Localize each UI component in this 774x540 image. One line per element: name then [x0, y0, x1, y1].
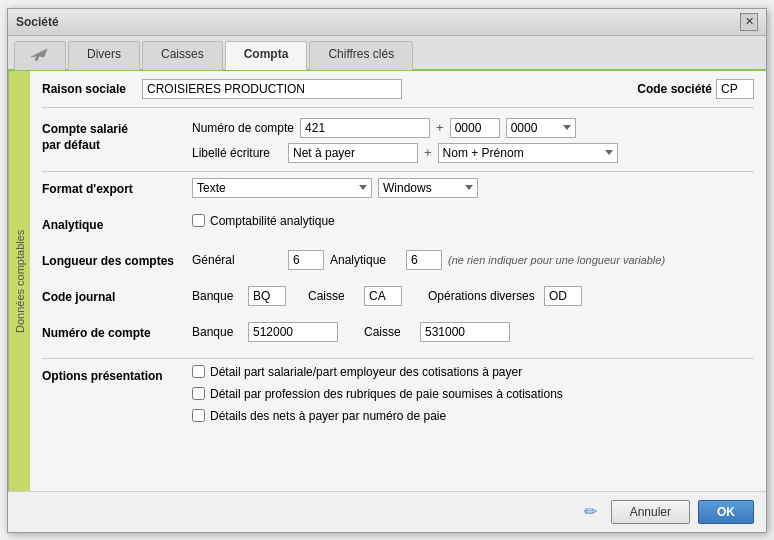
main-window: Société ✕ Divers Caisses Compta Chiffres…: [7, 8, 767, 533]
code-societe-label: Code société: [637, 82, 712, 96]
longueur-note: (ne rien indiquer pour une longueur vari…: [448, 254, 665, 266]
options-presentation-section: Options présentation Détail part salaria…: [42, 365, 754, 426]
libelle-ecriture-label: Libellé écriture: [192, 146, 282, 160]
divider-1: [42, 171, 754, 172]
longueur-comptes-content: Général Analytique (ne rien indiquer pou…: [192, 250, 754, 270]
code-journal-row: Banque Caisse Opérations diverses: [192, 286, 754, 306]
compte-salarie-content: Numéro de compte + 0000 Libellé écriture…: [192, 118, 754, 163]
option1-label: Détail part salariale/part employeur des…: [210, 365, 522, 379]
option1-checkbox[interactable]: [192, 365, 205, 378]
option1-row: Détail part salariale/part employeur des…: [192, 365, 754, 379]
cancel-button[interactable]: Annuler: [611, 500, 690, 524]
plus-sign-1: +: [436, 120, 444, 135]
window-title: Société: [16, 15, 59, 29]
format-export-label: Format d'export: [42, 178, 192, 198]
divider-2: [42, 358, 754, 359]
title-bar: Société ✕: [8, 9, 766, 36]
caisse-num-input[interactable]: [420, 322, 510, 342]
operations-label: Opérations diverses: [428, 289, 538, 303]
analytique-len-input[interactable]: [406, 250, 442, 270]
analytique-section: Analytique Comptabilité analytique: [42, 214, 754, 242]
numero-compte-label: Numéro de compte: [192, 121, 294, 135]
banque-num-label: Banque: [192, 325, 242, 339]
option3-label: Détails des nets à payer par numéro de p…: [210, 409, 446, 423]
tab-bar: Divers Caisses Compta Chiffres clés: [8, 36, 766, 71]
numero-compte-section-row: Banque Caisse: [192, 322, 754, 342]
format-export-row: Texte Excel CSV Windows Linux Mac: [192, 178, 754, 198]
general-input[interactable]: [288, 250, 324, 270]
code-journal-section: Code journal Banque Caisse Opérations di…: [42, 286, 754, 314]
format-export-content: Texte Excel CSV Windows Linux Mac: [192, 178, 754, 198]
general-label: Général: [192, 253, 282, 267]
option2-label: Détail par profession des rubriques de p…: [210, 387, 563, 401]
caisse-code-input[interactable]: [364, 286, 402, 306]
option2-checkbox[interactable]: [192, 387, 205, 400]
analytique-len-label: Analytique: [330, 253, 400, 267]
raison-sociale-label: Raison sociale: [42, 82, 142, 96]
libelle-ecriture-input[interactable]: [288, 143, 418, 163]
raison-sociale-input[interactable]: [142, 79, 402, 99]
pencil-icon: ✏: [584, 502, 597, 521]
longueur-comptes-section: Longueur des comptes Général Analytique …: [42, 250, 754, 278]
analytique-checkbox-label: Comptabilité analytique: [210, 214, 335, 228]
tab-caisses[interactable]: Caisses: [142, 41, 223, 70]
ok-button[interactable]: OK: [698, 500, 754, 524]
footer: ✏ Annuler OK: [8, 491, 766, 532]
options-presentation-content: Détail part salariale/part employeur des…: [192, 365, 754, 426]
code-societe-input[interactable]: [716, 79, 754, 99]
side-label: Données comptables: [8, 71, 30, 491]
close-button[interactable]: ✕: [740, 13, 758, 31]
numero-compte-section: Numéro de compte Banque Caisse: [42, 322, 754, 350]
longueur-comptes-row: Général Analytique (ne rien indiquer pou…: [192, 250, 754, 270]
raison-sociale-row: Raison sociale Code société: [42, 79, 754, 108]
banque-num-input[interactable]: [248, 322, 338, 342]
option3-row: Détails des nets à payer par numéro de p…: [192, 409, 754, 423]
banque-label: Banque: [192, 289, 242, 303]
format-export-section: Format d'export Texte Excel CSV Windows …: [42, 178, 754, 206]
compte-salarie-section: Compte salarié par défaut Numéro de comp…: [42, 118, 754, 163]
tab-divers[interactable]: Divers: [68, 41, 140, 70]
libelle-ecriture-row: Libellé écriture + Nom + Prénom: [192, 143, 754, 163]
banque-code-input[interactable]: [248, 286, 286, 306]
caisse-num-label: Caisse: [364, 325, 414, 339]
os-select[interactable]: Windows Linux Mac: [378, 178, 478, 198]
option2-row: Détail par profession des rubriques de p…: [192, 387, 754, 401]
content-area: Données comptables Raison sociale Code s…: [8, 71, 766, 491]
plane-icon: [29, 47, 51, 65]
option3-checkbox[interactable]: [192, 409, 205, 422]
analytique-checkbox-row: Comptabilité analytique: [192, 214, 754, 228]
numero-compte-row: Numéro de compte + 0000: [192, 118, 754, 138]
analytique-label: Analytique: [42, 214, 192, 234]
compte-salarie-label: Compte salarié par défaut: [42, 118, 192, 155]
tab-icon[interactable]: [14, 41, 66, 70]
numero-compte-input[interactable]: [300, 118, 430, 138]
code-journal-label: Code journal: [42, 286, 192, 306]
numero-compte-section-content: Banque Caisse: [192, 322, 754, 342]
options-presentation-label: Options présentation: [42, 365, 192, 385]
caisse-code-label: Caisse: [308, 289, 358, 303]
tab-compta[interactable]: Compta: [225, 41, 308, 70]
analytique-checkbox[interactable]: [192, 214, 205, 227]
code-societe-group: Code société: [637, 79, 754, 99]
dropdown-libelle-select[interactable]: Nom + Prénom: [438, 143, 618, 163]
extra-value-input[interactable]: [450, 118, 500, 138]
longueur-comptes-label: Longueur des comptes: [42, 250, 192, 270]
format-select[interactable]: Texte Excel CSV: [192, 178, 372, 198]
operations-input[interactable]: [544, 286, 582, 306]
analytique-content: Comptabilité analytique: [192, 214, 754, 231]
tab-chiffres-cles[interactable]: Chiffres clés: [309, 41, 413, 70]
numero-compte-section-label: Numéro de compte: [42, 322, 192, 342]
code-journal-content: Banque Caisse Opérations diverses: [192, 286, 754, 306]
plus-sign-2: +: [424, 145, 432, 160]
dropdown-compte-select[interactable]: 0000: [506, 118, 576, 138]
main-content: Raison sociale Code société Compte salar…: [30, 71, 766, 491]
